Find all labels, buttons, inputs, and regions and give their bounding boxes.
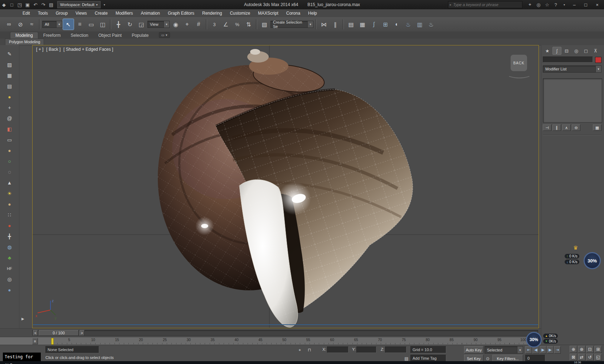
menu-item-animation[interactable]: Animation [137,11,164,16]
menu-item-help[interactable]: Help [304,11,321,16]
tab-utilities-icon[interactable]: ⊼ [591,47,600,55]
x-coordinate-field[interactable] [327,346,349,353]
current-frame-field[interactable] [525,355,545,362]
communication-center-icon[interactable]: ◎ [535,1,542,8]
pin-icon[interactable]: + [5,103,14,112]
undo-icon[interactable]: ↶ [31,1,39,8]
y-coordinate-field[interactable] [356,346,376,353]
select-and-link-icon[interactable]: ∞ [4,19,14,30]
tab-create-icon[interactable]: ★ [543,47,552,55]
tab-modify-icon[interactable]: ∫ [552,47,561,55]
material-editor-button[interactable]: ◐ [391,19,402,30]
time-slider-handle[interactable]: 0 / 100 [39,330,79,336]
clay-icon[interactable]: ● [5,92,14,101]
angle-snap-toggle[interactable]: ∠ [220,19,231,30]
absolute-mode-toggle-icon[interactable]: ⌖ [297,346,303,354]
select-object-button[interactable]: ↖ [63,19,74,30]
maximize-button[interactable]: □ [580,1,591,8]
search-box[interactable]: ▸ [448,1,522,8]
download-progress-badge[interactable]: 30% [584,252,601,269]
boxes-icon[interactable]: ◧ [5,124,14,133]
play-button[interactable]: ▶ [540,346,546,354]
make-unique-button[interactable]: ∧ [562,124,571,131]
spinner-snap-toggle[interactable]: ⇅ [243,19,254,30]
menu-item-corona[interactable]: Corona [282,11,304,16]
menu-item-graph-editors[interactable]: Graph Editors [164,11,198,16]
tab-object-paint[interactable]: Object Paint [93,32,127,39]
use-pivot-point-button[interactable]: ◉ [170,19,181,30]
time-slider-prev-button[interactable]: < [33,330,38,336]
add-time-tag-button[interactable]: Add Time Tag [410,355,446,362]
close-button[interactable]: × [592,1,603,8]
object-color-swatch[interactable] [595,57,601,63]
object-name-field[interactable] [543,56,593,63]
menu-item-maxscript[interactable]: MAXScript [254,11,282,16]
render-setup-button[interactable]: ♨ [403,19,414,30]
orbit-icon[interactable]: ↺ [586,354,594,361]
keyboard-override-toggle[interactable]: # [193,19,204,30]
qat-overflow-icon[interactable]: ▾ [101,1,108,8]
open-file-icon[interactable]: ◳ [16,1,24,8]
menu-item-create[interactable]: Create [91,11,112,16]
window-crossing-toggle[interactable]: ◫ [97,19,108,30]
search-target-icon[interactable]: ⌖ [526,1,534,8]
z-coordinate-field[interactable] [385,346,406,353]
sphere-icon[interactable]: ● [5,146,14,155]
pin-stack-button[interactable]: ⊣ [543,124,551,131]
viewport-menu-button[interactable]: [ + ] [36,47,43,52]
select-and-rotate-button[interactable]: ↻ [125,19,135,30]
freeform-icon[interactable]: ◌ [5,167,14,176]
foliage-icon[interactable]: ♣ [5,253,14,262]
menu-item-views[interactable]: Views [72,11,91,16]
zoom-all-icon[interactable]: ⊛ [578,346,585,353]
viewport-view-button[interactable]: [ Back ] [46,47,60,52]
menu-item-rendering[interactable]: Rendering [198,11,226,16]
helix-icon[interactable]: @ [5,114,14,123]
remove-modifier-button[interactable]: ⊖ [572,124,580,131]
tab-modeling[interactable]: Modeling [10,32,38,39]
disc-icon[interactable]: ◎ [5,275,14,284]
selection-filter-dropdown[interactable]: All ▾ [42,21,62,28]
viewport[interactable]: [ + ] [ Back ] [ Shaded + Edged Faces ] … [32,45,539,328]
time-slider-next-button[interactable]: > [79,330,84,336]
tab-polygon-modeling[interactable]: Polygon Modeling [5,39,44,45]
tab-display-icon[interactable]: ◻ [581,47,590,55]
show-end-result-button[interactable]: ∥ [552,124,561,131]
selection-lock-toggle-icon[interactable]: ⊓ [306,346,313,354]
transform-icon[interactable]: ╋ [5,232,14,241]
toolbar-flyout-arrow[interactable]: ▶ [21,317,24,321]
project-folder-icon[interactable]: ▤ [47,1,55,8]
point-icon[interactable]: ● [5,221,14,230]
render-production-button[interactable]: ♨ [426,19,437,30]
particles-icon[interactable]: ∷ [5,210,14,219]
named-selection-sets-dropdown[interactable]: Create Selection Se ▾ [271,21,313,28]
redo-icon[interactable]: ↷ [39,1,47,8]
current-frame-marker[interactable] [51,338,54,345]
cone-icon[interactable]: ▲ [5,178,14,187]
paint-brush-icon[interactable]: ✎ [5,49,14,58]
search-input[interactable] [453,2,521,7]
key-selection-dropdown[interactable]: Selected ▾ [484,346,523,354]
plane-icon[interactable]: ▦ [5,71,14,80]
viewcube[interactable]: BACK [511,55,527,71]
circle-icon[interactable]: ○ [5,157,14,166]
layer-manager-button[interactable]: ▤ [346,19,356,30]
globe-icon[interactable]: ◍ [5,242,14,251]
rectangle-icon[interactable]: ▭ [5,135,14,144]
edit-named-selection-sets-button[interactable]: ▧ [259,19,270,30]
select-by-name-button[interactable]: ≡ [74,19,85,30]
geosphere-icon[interactable]: ● [5,200,14,208]
sheet-icon[interactable]: ▤ [5,82,14,90]
percent-snap-toggle[interactable]: % [232,19,243,30]
select-and-scale-button[interactable]: ◲ [136,19,147,30]
track-bar[interactable]: ≡ 5 10 15 20 25 30 35 40 45 50 55 60 65 … [0,337,541,345]
zoom-region-icon[interactable]: ⊠ [570,354,577,361]
align-button[interactable]: ∥ [330,19,341,30]
menu-item-customize[interactable]: Customize [226,11,254,16]
rendered-frame-window-button[interactable]: ▥ [414,19,425,30]
bind-to-space-warp-icon[interactable]: ≈ [26,19,37,30]
select-and-manipulate-button[interactable]: ⌖ [182,19,193,30]
rectangular-selection-region-icon[interactable]: ▭ [86,19,97,30]
zoom-icon[interactable]: ⊕ [570,346,577,353]
configure-modifier-sets-button[interactable]: ▦ [593,124,601,131]
